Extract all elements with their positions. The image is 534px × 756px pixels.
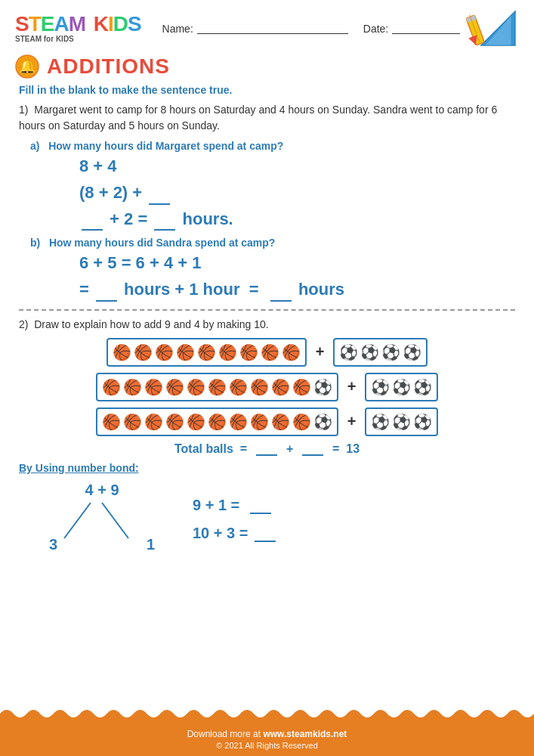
ball-row-2: 🏀 🏀 🏀 🏀 🏀 🏀 🏀 🏀 🏀 🏀 ⚽ + ⚽ ⚽ ⚽ [96, 373, 439, 401]
bb16: 🏀 [229, 378, 248, 396]
ball-row-1: 🏀 🏀 🏀 🏀 🏀 🏀 🏀 🏀 🏀 + ⚽ ⚽ ⚽ ⚽ [106, 338, 428, 367]
bb25: 🏀 [208, 413, 227, 431]
part-a-question: a) How many hours did Margaret spend at … [30, 140, 515, 152]
sc7: ⚽ [392, 378, 411, 396]
bond-right: 1 [147, 536, 155, 553]
bb13: 🏀 [165, 378, 184, 396]
blank-a3 [154, 229, 175, 231]
name-date-area: Name: Date: [141, 23, 466, 35]
bb17: 🏀 [250, 378, 269, 396]
logo-k: K [94, 12, 108, 36]
date-line: Date: [363, 23, 460, 35]
balls-section: 🏀 🏀 🏀 🏀 🏀 🏀 🏀 🏀 🏀 + ⚽ ⚽ ⚽ ⚽ 🏀 [19, 338, 515, 436]
date-input-line [392, 23, 460, 34]
header: STEAM KIDS STEAM for KIDS Name: Date: [0, 0, 534, 53]
bb29: 🏀 [292, 413, 311, 431]
ball-row-3: 🏀 🏀 🏀 🏀 🏀 🏀 🏀 🏀 🏀 🏀 ⚽ + ⚽ ⚽ ⚽ [96, 407, 439, 436]
number-bond-title: By Using number bond: [19, 462, 515, 474]
bond-eq1-text: 9 + 1 = [193, 497, 239, 513]
bond-equations: 9 + 1 = 10 + 3 = [193, 497, 278, 542]
bond-lines-svg [42, 482, 162, 557]
total-line: Total balls = + = 13 [19, 442, 515, 456]
bb9: 🏀 [282, 343, 301, 361]
svg-line-9 [102, 503, 128, 538]
sc10: ⚽ [371, 413, 390, 431]
bb23: 🏀 [165, 413, 184, 431]
part-b-q: How many hours did Sandra spend at camp? [49, 237, 276, 249]
name-label: Name: [162, 23, 193, 35]
bb14: 🏀 [187, 378, 205, 396]
name-input-line [197, 23, 348, 34]
bb27: 🏀 [250, 413, 269, 431]
page-title: ADDITIONS [47, 54, 170, 79]
soccer-box-3: ⚽ ⚽ ⚽ [365, 407, 438, 436]
logo-subtitle: STEAM for KIDS [15, 35, 74, 43]
logo-i: I [108, 12, 113, 36]
problem1: 1) Margaret went to camp for 8 hours on … [19, 102, 515, 302]
part-a-q: How many hours did Margaret spend at cam… [48, 140, 283, 152]
blank-a1 [149, 203, 170, 205]
bb26: 🏀 [229, 413, 248, 431]
problem2-header: 2) Draw to explain how to add 9 and 4 by… [19, 318, 515, 330]
header-right-icon [466, 8, 519, 49]
plus-1: + [316, 343, 325, 361]
bb5: 🏀 [197, 343, 216, 361]
sc6: ⚽ [371, 378, 390, 396]
sc1: ⚽ [339, 343, 358, 361]
title-section: 🔔 ADDITIONS [0, 53, 534, 80]
bb18: 🏀 [271, 378, 290, 396]
bb1: 🏀 [113, 343, 131, 361]
sc4: ⚽ [403, 343, 421, 361]
bond-eq1: 9 + 1 = [193, 497, 278, 514]
problem2-text: Draw to explain how to add 9 and 4 by ma… [34, 318, 269, 330]
footer-wave [0, 706, 534, 721]
problem1-body: Margaret went to camp for 8 hours on Sat… [19, 104, 497, 132]
logo-m: M [69, 12, 85, 36]
soccer-box-1: ⚽ ⚽ ⚽ ⚽ [333, 338, 428, 367]
footer-website: www.steamkids.net [263, 729, 347, 739]
part-b-line2: = hours + 1 hour = hours [79, 278, 515, 302]
part-b-question: b) How many hours did Sandra spend at ca… [30, 237, 515, 249]
footer-download-text: Download more at www.steamkids.net [15, 729, 519, 739]
bb11: 🏀 [123, 378, 142, 396]
bb2: 🏀 [134, 343, 153, 361]
bb10: 🏀 [102, 378, 121, 396]
part-a-line2: (8 + 2) + [79, 181, 515, 205]
bb19: 🏀 [292, 378, 311, 396]
logo-t: T [29, 12, 41, 36]
total-value: 13 [346, 442, 360, 455]
sc9: ⚽ [313, 413, 332, 431]
footer-download-label: Download more at [187, 729, 264, 739]
date-label: Date: [363, 23, 388, 35]
bb15: 🏀 [208, 378, 227, 396]
part-a-line3: + 2 = hours. [79, 208, 515, 231]
basketball-box-2: 🏀 🏀 🏀 🏀 🏀 🏀 🏀 🏀 🏀 🏀 ⚽ [96, 373, 338, 401]
svg-line-8 [64, 503, 91, 538]
part-b-label: b) [30, 237, 40, 249]
plus-2: + [347, 378, 357, 395]
logo-a: A [54, 12, 68, 36]
pencil-ruler-icon [466, 8, 519, 49]
logo-s: S [15, 12, 29, 36]
instruction-text: Fill in the blank to make the sentence t… [19, 84, 515, 96]
bb20: 🏀 [102, 413, 121, 431]
blank-a2 [82, 229, 103, 231]
logo-area: STEAM KIDS STEAM for KIDS [15, 14, 141, 43]
blank-eq1 [250, 513, 271, 514]
bb3: 🏀 [155, 343, 174, 361]
part-a-line1: 8 + 4 [79, 155, 515, 178]
problem1-text: 1) Margaret went to camp for 8 hours on … [19, 102, 515, 134]
bb6: 🏀 [218, 343, 237, 361]
bond-left: 3 [49, 536, 57, 553]
bond-eq2: 10 + 3 = [193, 525, 278, 542]
svg-marker-1 [485, 15, 511, 45]
soccer-box-2: ⚽ ⚽ ⚽ [365, 373, 438, 401]
logo-e: E [41, 12, 54, 36]
sc5: ⚽ [313, 378, 332, 396]
part-a-label: a) [30, 140, 39, 152]
footer-copyright: © 2021 All Rights Reserved [15, 741, 519, 750]
bb21: 🏀 [123, 413, 142, 431]
problem2-number: 2) [19, 318, 28, 330]
bb24: 🏀 [187, 413, 205, 431]
bb22: 🏀 [144, 413, 163, 431]
